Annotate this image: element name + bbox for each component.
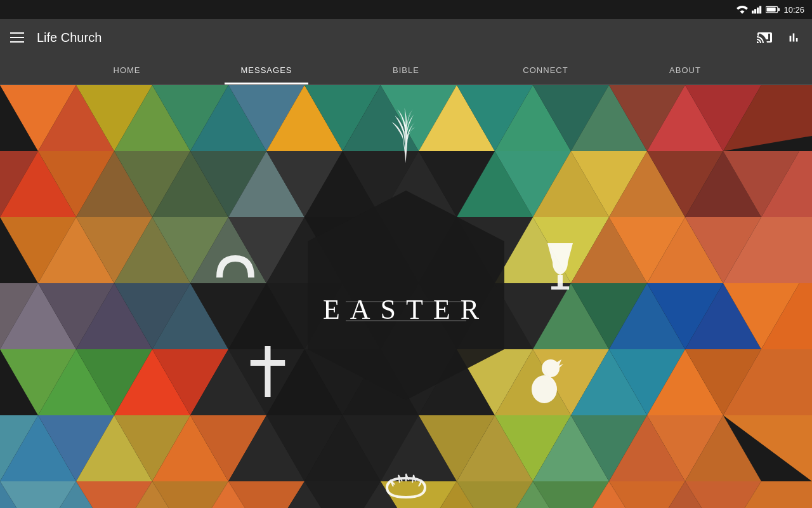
app-title: Life Church xyxy=(37,30,102,45)
chalice-icon xyxy=(541,240,579,293)
svg-rect-1 xyxy=(754,9,756,13)
svg-rect-5 xyxy=(767,8,776,11)
hamburger-menu[interactable] xyxy=(10,32,24,43)
tab-about[interactable]: ABOUT xyxy=(615,56,755,84)
signal-icon xyxy=(752,5,762,14)
easter-label: EASTER xyxy=(323,294,489,325)
crown-of-thorns-icon xyxy=(381,462,431,503)
app-bar-right xyxy=(756,30,802,44)
wifi-icon xyxy=(737,5,748,14)
nav-tabs: HOME MESSAGES BIBLE CONNECT ABOUT xyxy=(0,56,812,85)
svg-rect-178 xyxy=(265,346,271,397)
fern-icon xyxy=(389,103,424,175)
battery-icon xyxy=(766,6,780,13)
svg-rect-179 xyxy=(251,360,285,366)
tab-home[interactable]: HOME xyxy=(57,56,197,84)
svg-rect-2 xyxy=(757,8,759,14)
svg-rect-6 xyxy=(778,8,780,11)
chart-icon[interactable] xyxy=(785,30,802,44)
svg-rect-0 xyxy=(752,11,754,14)
tab-messages[interactable]: MESSAGES xyxy=(197,56,336,84)
main-content: EASTER xyxy=(0,85,812,508)
svg-rect-3 xyxy=(759,6,761,13)
status-bar: 10:26 xyxy=(0,0,812,19)
arch-icon xyxy=(210,243,261,283)
cast-icon[interactable] xyxy=(756,30,773,44)
svg-rect-176 xyxy=(558,275,563,286)
rooster-icon xyxy=(522,354,566,408)
status-icons: 10:26 xyxy=(737,5,804,15)
tab-bible[interactable]: BIBLE xyxy=(336,56,476,84)
status-time: 10:26 xyxy=(783,5,804,15)
easter-hexagon[interactable]: EASTER xyxy=(289,178,523,413)
app-bar-left: Life Church xyxy=(10,30,102,45)
cross-icon xyxy=(251,346,285,399)
svg-rect-177 xyxy=(551,286,569,290)
tab-connect[interactable]: CONNECT xyxy=(476,56,615,84)
app-bar: Life Church xyxy=(0,19,812,56)
